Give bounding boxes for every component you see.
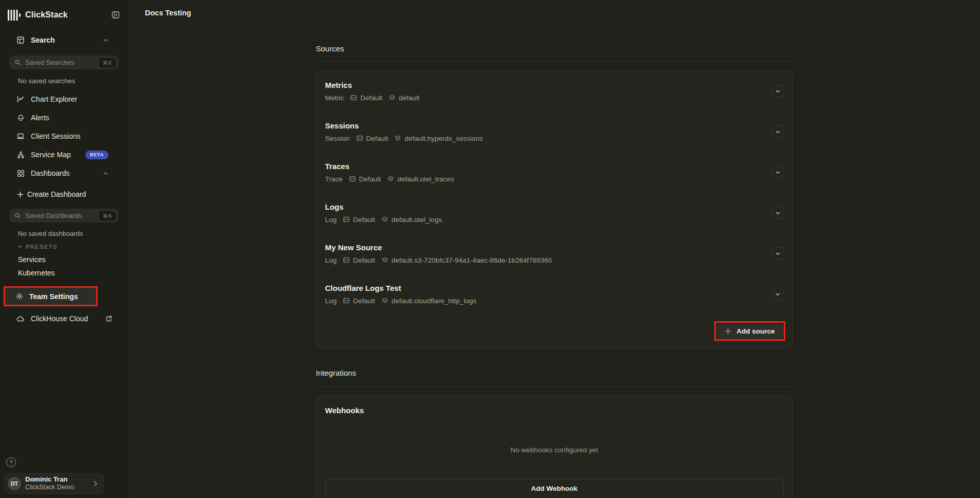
chevron-down-icon (775, 210, 781, 216)
source-table: default.cloudflare_http_logs (381, 297, 476, 305)
sources-heading: Sources (316, 43, 793, 53)
search-icon (14, 59, 21, 66)
user-org: ClickStack Demo (25, 484, 89, 491)
integrations-heading: Integrations (316, 367, 793, 378)
presets-label: PRESETS (26, 244, 58, 250)
connection-name: Default (353, 256, 375, 264)
expand-source-button[interactable] (772, 247, 784, 260)
connection-name: Default (360, 94, 382, 102)
source-name: My New Source (325, 242, 784, 253)
connection-name: Default (366, 135, 389, 142)
source-table: default.s3-720bfc37-94a1-4aec-86de-1b264… (381, 256, 552, 264)
sidebar-section-search[interactable]: Search (16, 35, 108, 45)
shortcut-badge: ⌘K (99, 58, 116, 67)
sidebar-collapse-button[interactable] (112, 11, 120, 19)
table-icon (381, 297, 389, 304)
annotation-highlight-team-settings: Team Settings (4, 286, 98, 306)
beta-badge: BETA (85, 151, 108, 159)
content-scroll-area[interactable]: Sources Metrics Metric Default (128, 26, 980, 498)
expand-source-button[interactable] (772, 125, 784, 138)
source-row: Traces Trace Default default.otel_traces (317, 152, 792, 192)
search-section-label: Search (31, 36, 55, 44)
create-dashboard-label: Create Dashboard (27, 190, 86, 198)
plus-icon (17, 191, 24, 198)
source-name: Traces (325, 161, 784, 172)
add-source-button[interactable]: Add source (716, 323, 783, 339)
source-type: Trace (325, 175, 343, 183)
sources-card: Metrics Metric Default default (316, 70, 793, 348)
user-menu[interactable]: DT Dominic Tran ClickStack Demo (4, 473, 104, 494)
sidebar: ClickStack Search (0, 0, 128, 498)
source-row: Logs Log Default default.otel_logs (317, 193, 792, 233)
sidebar-item-dashboards[interactable]: Dashboards (0, 164, 128, 182)
chevron-up-icon[interactable] (103, 171, 108, 176)
webhooks-card: Webhooks No webhooks configured yet Add … (316, 396, 793, 498)
source-connection: Default (343, 256, 375, 264)
source-connection: Default (343, 297, 375, 305)
presets-toggle[interactable]: PRESETS (17, 242, 119, 252)
source-connection: Default (350, 94, 382, 102)
source-name: Sessions (325, 120, 784, 132)
avatar-initials: DT (11, 481, 18, 487)
source-table: default.otel_traces (387, 175, 454, 183)
saved-searches-input[interactable]: Saved Searches ⌘K (9, 56, 119, 69)
sidebar-item-service-map[interactable]: Service Map BETA (0, 145, 128, 164)
clickstack-logo-icon (8, 10, 21, 21)
expand-source-button[interactable] (772, 85, 784, 97)
source-type: Log (325, 256, 337, 264)
table-icon (381, 256, 389, 264)
help-button[interactable]: ? (6, 457, 16, 467)
sidebar-footer: ? DT Dominic Tran ClickStack Demo (4, 457, 103, 494)
search-section-icon (16, 36, 25, 44)
table-name: default.s3-720bfc37-94a1-4aec-86de-1b264… (392, 256, 552, 264)
preset-item-services[interactable]: Services (18, 254, 119, 265)
team-settings-label: Team Settings (29, 292, 78, 301)
expand-source-button[interactable] (772, 207, 784, 219)
cloud-icon (16, 315, 25, 323)
chart-icon (16, 95, 25, 103)
source-name: Logs (325, 201, 784, 213)
sidebar-item-chart-explorer[interactable]: Chart Explorer (0, 90, 128, 108)
server-icon (349, 175, 356, 182)
source-row: My New Source Log Default default.s3-720… (317, 233, 792, 273)
sidebar-item-label: Alerts (31, 114, 49, 122)
expand-source-button[interactable] (772, 288, 784, 300)
source-meta: Trace Default default.otel_traces (325, 174, 784, 184)
saved-searches-placeholder: Saved Searches (25, 59, 95, 66)
add-webhook-button[interactable]: Add Webhook (325, 479, 784, 498)
source-connection: Default (343, 216, 375, 224)
saved-dashboards-input[interactable]: Saved Dashboards ⌘K (9, 209, 119, 223)
page-title: Docs Testing (145, 9, 191, 17)
search-icon (14, 212, 21, 219)
help-label: ? (9, 459, 12, 466)
user-name: Dominic Tran (25, 476, 89, 484)
source-table: default (389, 94, 420, 102)
source-name: Cloudflare Logs Test (325, 283, 784, 294)
expand-source-button[interactable] (772, 166, 784, 178)
main-area: Docs Testing Sources Metrics Metric Defa… (128, 0, 980, 498)
create-dashboard-button[interactable]: Create Dashboard (0, 185, 128, 204)
source-table: default.otel_logs (381, 216, 442, 224)
gear-icon (15, 292, 24, 301)
table-icon (389, 94, 396, 101)
user-meta: Dominic Tran ClickStack Demo (25, 476, 89, 491)
table-name: default.cloudflare_http_logs (392, 297, 476, 305)
app-name: ClickStack (25, 10, 68, 20)
source-type: Log (325, 216, 337, 224)
preset-item-kubernetes[interactable]: Kubernetes (18, 267, 119, 279)
chevron-right-icon (93, 481, 98, 487)
sidebar-item-alerts[interactable]: Alerts (0, 108, 128, 127)
sidebar-item-clickhouse-cloud[interactable]: ClickHouse Cloud (0, 309, 128, 328)
divider (316, 61, 793, 62)
source-row: Cloudflare Logs Test Log Default default… (317, 274, 792, 314)
sidebar-item-team-settings[interactable]: Team Settings (5, 288, 96, 305)
source-meta: Metric Default default (325, 93, 784, 103)
source-table: default.hyperdx_sessions (394, 135, 483, 142)
table-icon (381, 216, 389, 223)
chevron-up-icon[interactable] (103, 38, 108, 43)
sidebar-item-client-sessions[interactable]: Client Sessions (0, 127, 128, 145)
server-icon (350, 94, 357, 101)
chevron-down-icon (17, 244, 23, 249)
chevron-down-icon (775, 88, 781, 94)
connection-name: Default (353, 297, 375, 305)
